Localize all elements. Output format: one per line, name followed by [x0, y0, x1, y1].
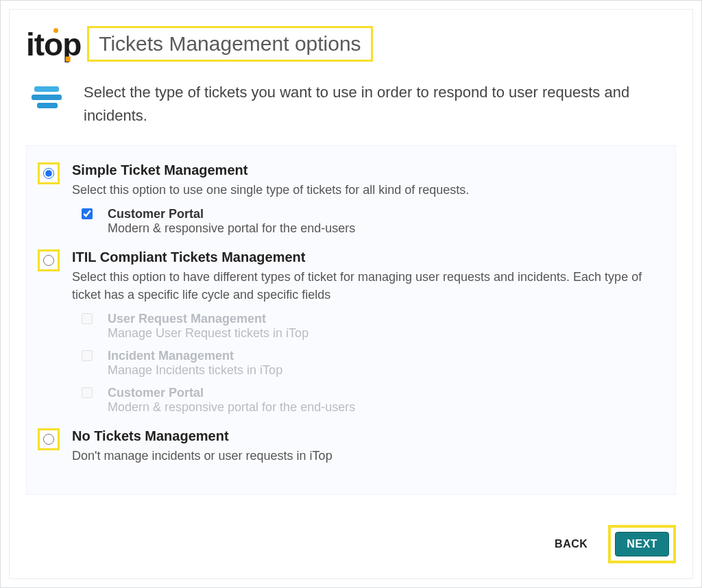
sub-desc: Modern & responsive portal for the end-u…: [108, 400, 355, 415]
radio-simple-highlight: [38, 162, 60, 184]
checkbox-customer-portal-itil: [82, 387, 93, 398]
back-button[interactable]: BACK: [552, 532, 590, 556]
radio-itil[interactable]: [43, 255, 54, 266]
option-desc: Select this option to use one single typ…: [72, 181, 664, 199]
radio-none[interactable]: [43, 434, 54, 445]
option-title: Simple Ticket Management: [72, 162, 664, 178]
option-itil: ITIL Compliant Tickets Management Select…: [38, 245, 664, 424]
logo-period-icon: .: [63, 40, 72, 60]
wizard-footer: BACK NEXT: [552, 525, 676, 563]
sub-customer-portal-itil: Customer Portal Modern & responsive port…: [82, 386, 664, 415]
option-body: ITIL Compliant Tickets Management Select…: [72, 249, 664, 415]
checkbox-customer-portal[interactable]: [82, 208, 93, 219]
option-body: No Tickets Management Don't manage incid…: [72, 428, 664, 465]
logo-dot-icon: [53, 28, 58, 33]
intro-row: Select the type of tickets you want to u…: [26, 81, 676, 145]
next-button-highlight: NEXT: [608, 525, 676, 563]
brand-text: itop: [26, 29, 81, 60]
svg-rect-2: [37, 103, 58, 108]
radio-none-highlight: [38, 428, 60, 450]
window-frame: itop . Tickets Management options Select…: [0, 0, 702, 588]
checkbox-user-request: [82, 313, 93, 324]
option-desc: Don't manage incidents or user requests …: [72, 447, 664, 465]
options-container: Simple Ticket Management Select this opt…: [26, 145, 676, 494]
sub-title: Customer Portal: [108, 207, 355, 221]
svg-rect-0: [34, 86, 59, 92]
option-desc: Select this option to have different typ…: [72, 268, 664, 304]
checkbox-incident: [82, 350, 93, 361]
sub-desc: Manage User Request tickets in iTop: [108, 326, 308, 341]
option-none: No Tickets Management Don't manage incid…: [38, 424, 664, 474]
next-button[interactable]: NEXT: [615, 532, 669, 556]
option-simple: Simple Ticket Management Select this opt…: [38, 158, 664, 245]
header: itop . Tickets Management options: [26, 26, 676, 62]
radio-itil-highlight: [38, 249, 60, 271]
sub-desc: Modern & responsive portal for the end-u…: [108, 221, 355, 236]
page-title: Tickets Management options: [87, 26, 372, 62]
option-title: No Tickets Management: [72, 428, 664, 444]
itop-logo: itop .: [26, 28, 72, 60]
tickets-stack-icon: [30, 81, 63, 121]
sub-user-request: User Request Management Manage User Requ…: [82, 312, 664, 341]
sub-desc: Manage Incidents tickets in iTop: [108, 363, 282, 378]
sub-title: User Request Management: [108, 312, 308, 326]
wizard-panel: itop . Tickets Management options Select…: [9, 9, 693, 579]
option-title: ITIL Compliant Tickets Management: [72, 249, 664, 265]
sub-customer-portal: Customer Portal Modern & responsive port…: [82, 207, 664, 236]
option-body: Simple Ticket Management Select this opt…: [72, 162, 664, 236]
sub-incident: Incident Management Manage Incidents tic…: [82, 349, 664, 378]
radio-simple[interactable]: [43, 168, 54, 179]
svg-rect-1: [32, 95, 62, 100]
sub-title: Incident Management: [108, 349, 282, 363]
sub-title: Customer Portal: [108, 386, 355, 400]
intro-text: Select the type of tickets you want to u…: [84, 81, 672, 127]
